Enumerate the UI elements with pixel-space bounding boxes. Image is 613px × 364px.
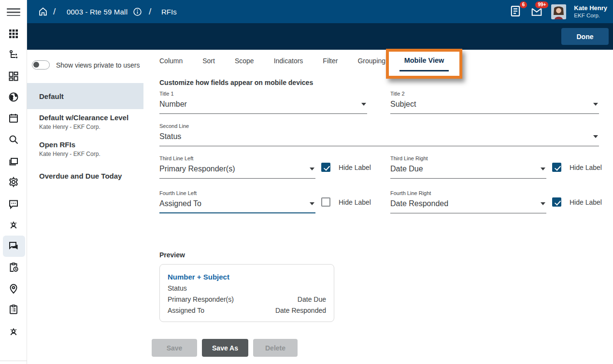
delete-button[interactable]: Delete — [253, 339, 298, 357]
third-line-right-label: Third Line Right — [390, 155, 546, 161]
fourth-line-right-select[interactable]: Date Responded — [390, 199, 546, 213]
tab-scope[interactable]: Scope — [235, 57, 254, 71]
title1-field: Title 1 Number — [159, 91, 367, 114]
fourth-right-hide-label-checkbox[interactable] — [552, 197, 561, 207]
view-item-default[interactable]: Default — [27, 83, 143, 109]
title1-label: Title 1 — [159, 91, 367, 97]
second-line-label: Second Line — [159, 123, 599, 129]
user-company: EKF Corp. — [574, 12, 607, 19]
preview-fourth-left: Assigned To — [168, 307, 204, 314]
preview-fourth-right: Date Responded — [275, 307, 326, 314]
settings-gear-icon[interactable] — [8, 176, 19, 188]
view-item-clearance[interactable]: Default w/Clearance Level Kate Henry - E… — [39, 113, 128, 130]
tab-grouping[interactable]: Grouping — [357, 57, 385, 71]
second-line-value: Status — [159, 132, 181, 141]
title2-field: Title 2 Subject — [390, 91, 599, 114]
mobile-preview-card: Number + Subject Status Primary Responde… — [159, 264, 334, 322]
tool-sidebar — [0, 0, 27, 364]
tab-filter[interactable]: Filter — [323, 57, 338, 71]
view-item-open-rfis[interactable]: Open RFIs Kate Henry - EKF Corp. — [39, 140, 100, 157]
done-button[interactable]: Done — [561, 28, 609, 45]
save-as-button[interactable]: Save As — [202, 339, 248, 357]
chevron-down-icon — [310, 168, 314, 170]
tab-sort[interactable]: Sort — [202, 57, 215, 71]
preview-second-line: Status — [168, 284, 326, 292]
chevron-down-icon — [593, 135, 598, 138]
title1-value: Number — [159, 100, 187, 109]
preview-title-line: Number + Subject — [168, 273, 326, 281]
orange-highlight-annotation: Mobile View — [386, 49, 462, 79]
sidebar-divider — [0, 361, 27, 361]
inbox-envelope-icon[interactable]: 99+ — [530, 4, 544, 19]
view-action-buttons: Save Save As Delete — [152, 339, 298, 357]
breadcrumb-project[interactable]: 0003 - Rte 59 Mall — [67, 0, 128, 23]
third-right-hide-label-checkbox[interactable] — [552, 163, 561, 172]
title2-value: Subject — [390, 100, 416, 109]
fourth-left-hide-label-checkbox[interactable] — [321, 197, 330, 207]
view-name: Overdue and Due Today — [39, 172, 122, 180]
third-left-hide-label-checkbox[interactable] — [321, 163, 330, 172]
home-icon[interactable] — [38, 0, 48, 23]
workflow-icon[interactable] — [8, 49, 19, 61]
location-pin-icon[interactable] — [8, 283, 19, 294]
tasks-document-icon[interactable]: 6 — [509, 4, 523, 19]
fourth-line-left-select[interactable]: Assigned To — [159, 199, 315, 213]
hide-label-text: Hide Label — [339, 198, 371, 206]
private-views-toggle-label: Show views private to users — [56, 61, 140, 69]
dashboard-icon[interactable] — [8, 70, 19, 82]
title1-select[interactable]: Number — [159, 100, 367, 114]
preview-third-row: Primary Responder(s) Date Due — [168, 295, 326, 303]
tab-mobile-view-highlighted[interactable]: Mobile View — [404, 56, 444, 64]
clipboard-list-icon[interactable] — [8, 304, 19, 315]
third-line-left-field: Third Line Left Primary Responder(s) — [159, 155, 315, 179]
third-right-hide-label-group: Hide Label — [552, 163, 602, 172]
app-root: / 0003 - Rte 59 Mall / RFIs 6 99+ Kate H… — [0, 0, 613, 364]
breadcrumb-separator: / — [53, 0, 56, 23]
breadcrumb-tool[interactable]: RFIs — [161, 0, 177, 23]
title2-select[interactable]: Subject — [390, 100, 599, 114]
apps-grid-icon[interactable] — [8, 28, 19, 40]
third-left-hide-label-group: Hide Label — [321, 163, 371, 172]
people-group-icon[interactable] — [8, 219, 19, 231]
chevron-down-icon — [310, 202, 314, 205]
user-avatar[interactable] — [551, 4, 566, 19]
preview-fourth-row: Assigned To Date Responded — [168, 307, 326, 314]
chevron-down-icon — [541, 168, 545, 170]
third-line-left-value: Primary Responder(s) — [159, 165, 235, 173]
save-button[interactable]: Save — [152, 339, 197, 357]
chevron-down-icon — [361, 103, 366, 106]
fourth-line-left-value: Assigned To — [159, 199, 201, 208]
hamburger-menu-icon[interactable] — [7, 6, 20, 17]
breadcrumb-separator: / — [149, 0, 151, 23]
view-name: Default — [39, 92, 64, 100]
directory-people-icon[interactable] — [8, 326, 19, 337]
third-line-right-select[interactable]: Date Due — [390, 165, 546, 179]
clipboard-clock-icon[interactable] — [8, 262, 19, 273]
top-navigation-bar: / 0003 - Rte 59 Mall / RFIs 6 99+ Kate H… — [27, 0, 613, 23]
preview-heading: Preview — [159, 251, 185, 259]
documents-folders-icon[interactable] — [8, 155, 19, 167]
rfi-chat-bubbles-icon[interactable] — [8, 240, 19, 252]
globe-icon[interactable] — [8, 91, 19, 103]
second-line-field: Second Line Status — [159, 123, 599, 146]
calendar-icon[interactable] — [8, 112, 19, 124]
config-subheader: Done — [27, 23, 613, 50]
view-name: Open RFIs — [39, 140, 100, 149]
search-icon[interactable] — [8, 134, 19, 145]
comment-dots-icon[interactable] — [8, 198, 19, 210]
third-line-left-label: Third Line Left — [159, 155, 315, 161]
third-line-left-select[interactable]: Primary Responder(s) — [159, 165, 315, 179]
private-views-toggle[interactable] — [32, 60, 50, 70]
title2-label: Title 2 — [390, 91, 599, 97]
tasks-badge: 6 — [520, 1, 527, 8]
inbox-badge: 99+ — [535, 1, 548, 8]
tab-indicators[interactable]: Indicators — [274, 57, 303, 71]
fourth-right-hide-label-group: Hide Label — [552, 197, 602, 207]
project-info-icon[interactable] — [132, 0, 143, 23]
view-item-overdue[interactable]: Overdue and Due Today — [39, 172, 122, 180]
tab-column[interactable]: Column — [159, 57, 183, 71]
active-tab-underline — [399, 70, 449, 71]
user-name: Kate Henry — [574, 4, 607, 12]
user-identity[interactable]: Kate Henry EKF Corp. — [574, 4, 607, 19]
second-line-select[interactable]: Status — [159, 132, 599, 146]
